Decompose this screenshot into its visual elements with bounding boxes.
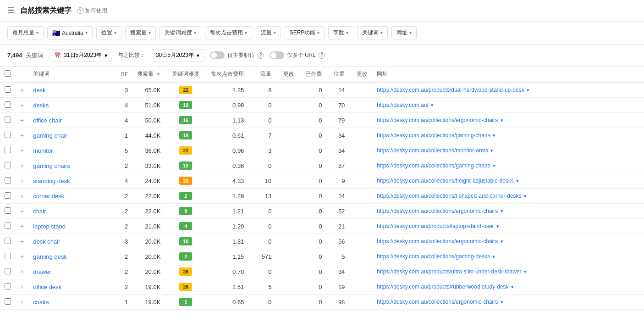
add-keyword-button[interactable]: +	[20, 147, 24, 154]
add-keyword-cell[interactable]: +	[16, 295, 28, 310]
url-cell[interactable]: https://desky.com.au/collections/gaming-…	[372, 249, 644, 264]
add-keyword-button[interactable]: +	[20, 223, 24, 230]
keyword-cell[interactable]: corner desk	[28, 189, 114, 204]
row-checkbox[interactable]	[5, 132, 11, 138]
add-keyword-cell[interactable]: +	[16, 219, 28, 234]
url-cell[interactable]: https://desky.com.au/collections/ergonom…	[372, 295, 644, 310]
filter-cpc[interactable]: 每次点击费用 ▾	[205, 26, 252, 39]
current-date-button[interactable]: 📅 31日5月2023年 ▾	[49, 49, 112, 61]
keyword-cell[interactable]: desk chair	[28, 234, 114, 249]
add-keyword-cell[interactable]: +	[16, 128, 28, 143]
keyword-cell[interactable]: gaming chair	[28, 128, 114, 143]
url-dropdown-icon[interactable]: ▾	[501, 239, 503, 244]
keyword-cell[interactable]: laptop stand	[28, 219, 114, 234]
url-cell[interactable]: https://desky.com.au/products/ultra-slim…	[372, 264, 644, 279]
primary-position-toggle[interactable]	[210, 51, 225, 59]
keyword-cell[interactable]: desk	[28, 82, 114, 98]
filter-serp[interactable]: SERP功能 ▾	[285, 26, 325, 39]
filter-keyword-difficulty[interactable]: 关键词难度 ▾	[160, 26, 201, 39]
keyword-cell[interactable]: gaming chairs	[28, 158, 114, 173]
add-keyword-button[interactable]: +	[20, 268, 24, 275]
add-keyword-button[interactable]: +	[20, 86, 24, 94]
row-checkbox[interactable]	[5, 238, 11, 244]
row-checkbox[interactable]	[5, 177, 11, 184]
add-keyword-button[interactable]: +	[20, 177, 24, 184]
keyword-header[interactable]: 关键词	[28, 67, 114, 82]
url-dropdown-icon[interactable]: ▾	[501, 117, 503, 123]
row-checkbox[interactable]	[5, 223, 11, 229]
add-keyword-button[interactable]: +	[20, 162, 24, 169]
search-vol-header[interactable]: 搜索量 ▼	[132, 67, 165, 82]
url-cell[interactable]: https://desky.com.au/collections/monitor…	[372, 143, 644, 158]
url-cell[interactable]: https://desky.com.au/collections/gaming-…	[372, 128, 644, 143]
row-checkbox[interactable]	[5, 283, 11, 289]
url-cell[interactable]: https://desky.com.au/collections/gaming-…	[372, 158, 644, 173]
url-cell[interactable]: https://desky.com.au/ ▾	[372, 98, 644, 113]
url-dropdown-icon[interactable]: ▾	[516, 178, 519, 184]
row-checkbox[interactable]	[5, 101, 11, 108]
row-checkbox-cell[interactable]	[0, 279, 16, 295]
url-dropdown-icon[interactable]: ▾	[496, 223, 499, 229]
add-keyword-button[interactable]: +	[20, 101, 24, 109]
keyword-cell[interactable]: chairs	[28, 295, 114, 310]
row-checkbox-cell[interactable]	[0, 113, 16, 128]
url-cell[interactable]: https://desky.com.au/collections/height-…	[372, 173, 644, 189]
keyword-cell[interactable]: gaming desk	[28, 249, 114, 264]
compare-date-button[interactable]: 30日5月2023年 ▾	[151, 49, 204, 61]
keyword-cell[interactable]: standing desk	[28, 173, 114, 189]
filter-keyword[interactable]: 关键词 ▾	[357, 26, 388, 39]
row-checkbox[interactable]	[5, 253, 11, 259]
add-keyword-cell[interactable]: +	[16, 264, 28, 279]
row-checkbox[interactable]	[5, 86, 11, 93]
add-keyword-cell[interactable]: +	[16, 189, 28, 204]
url-dropdown-icon[interactable]: ▾	[493, 163, 495, 168]
add-keyword-button[interactable]: +	[20, 117, 24, 124]
row-checkbox-cell[interactable]	[0, 295, 16, 310]
url-dropdown-icon[interactable]: ▾	[492, 254, 495, 259]
row-checkbox[interactable]	[5, 268, 11, 274]
select-all-checkbox[interactable]	[5, 70, 11, 77]
row-checkbox-cell[interactable]	[0, 264, 16, 279]
row-checkbox-cell[interactable]	[0, 128, 16, 143]
keyword-cell[interactable]: drawer	[28, 264, 114, 279]
row-checkbox-cell[interactable]	[0, 173, 16, 189]
row-checkbox-cell[interactable]	[0, 249, 16, 264]
url-dropdown-icon[interactable]: ▾	[524, 193, 527, 199]
row-checkbox-cell[interactable]	[0, 234, 16, 249]
filter-url[interactable]: 网址 ▾	[391, 26, 417, 39]
url-dropdown-icon[interactable]: ▾	[490, 148, 493, 153]
url-dropdown-icon[interactable]: ▾	[501, 299, 503, 305]
add-keyword-cell[interactable]: +	[16, 82, 28, 98]
url-cell[interactable]: https://desky.com.au/collections/ergonom…	[372, 204, 644, 219]
keyword-cell[interactable]: chair	[28, 204, 114, 219]
url-dropdown-icon[interactable]: ▾	[501, 208, 503, 214]
row-checkbox-cell[interactable]	[0, 98, 16, 113]
add-keyword-cell[interactable]: +	[16, 113, 28, 128]
add-keyword-cell[interactable]: +	[16, 234, 28, 249]
filter-australia[interactable]: 🇦🇺 Australia ▾	[47, 26, 93, 39]
menu-icon[interactable]: ☰	[7, 6, 15, 16]
row-checkbox[interactable]	[5, 298, 11, 305]
keyword-cell[interactable]: monitor	[28, 143, 114, 158]
keyword-cell[interactable]: office desk	[28, 279, 114, 295]
add-keyword-cell[interactable]: +	[16, 279, 28, 295]
add-keyword-cell[interactable]: +	[16, 173, 28, 189]
add-keyword-button[interactable]: +	[20, 298, 24, 306]
add-keyword-button[interactable]: +	[20, 192, 24, 200]
row-checkbox-cell[interactable]	[0, 143, 16, 158]
multi-url-toggle[interactable]	[270, 51, 284, 59]
filter-monthly-total[interactable]: 每月总量 ▾	[7, 26, 44, 39]
url-cell[interactable]: https://desky.com.au/collections/ergonom…	[372, 113, 644, 128]
add-keyword-button[interactable]: +	[20, 207, 24, 215]
url-cell[interactable]: https://desky.com.au/products/laptop-sta…	[372, 219, 644, 234]
add-keyword-button[interactable]: +	[20, 283, 24, 290]
row-checkbox-cell[interactable]	[0, 158, 16, 173]
add-keyword-cell[interactable]: +	[16, 98, 28, 113]
row-checkbox[interactable]	[5, 207, 11, 214]
add-keyword-cell[interactable]: +	[16, 249, 28, 264]
keyword-cell[interactable]: office chair	[28, 113, 114, 128]
row-checkbox-cell[interactable]	[0, 189, 16, 204]
url-dropdown-icon[interactable]: ▾	[511, 284, 514, 289]
url-dropdown-icon[interactable]: ▾	[431, 102, 434, 108]
url-dropdown-icon[interactable]: ▾	[524, 269, 527, 274]
